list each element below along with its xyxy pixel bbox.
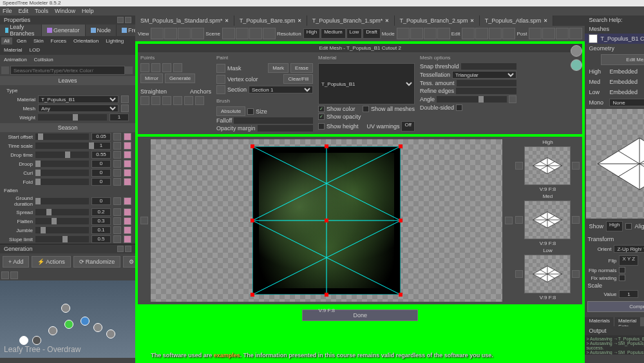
toolbar-icon[interactable]	[249, 28, 262, 39]
clearfill-button[interactable]: Clear/Fill	[283, 74, 313, 84]
slider[interactable]	[35, 236, 89, 242]
point-icon[interactable]	[151, 63, 160, 72]
vary-icon[interactable]	[124, 208, 131, 216]
search-icon[interactable]	[1, 66, 9, 74]
menu-tools[interactable]: Tools	[35, 8, 48, 14]
value-field[interactable]: 0	[91, 178, 111, 186]
slider[interactable]	[35, 227, 89, 233]
value-field[interactable]: 1	[91, 142, 111, 150]
mesh-name[interactable]: T_Populus_B1 Cutout 2	[600, 35, 644, 42]
nav-right-icon[interactable]	[505, 217, 513, 224]
vary-icon[interactable]	[124, 142, 131, 150]
curve-icon[interactable]	[113, 133, 121, 141]
doc-tab[interactable]: SM_Populus_la_Standard.spm*×	[135, 15, 234, 26]
show-height-check[interactable]	[318, 123, 325, 130]
size-check[interactable]	[247, 108, 254, 115]
value-field[interactable]: 0.2	[91, 208, 111, 216]
show-color-check[interactable]	[318, 106, 325, 112]
edit-mesh-button[interactable]: Edit Mesh...	[601, 54, 644, 65]
value-field[interactable]: 0.1	[91, 226, 111, 234]
randomize-button[interactable]: ⟳Randomize	[73, 256, 121, 268]
curve-icon[interactable]	[113, 226, 121, 234]
value-field[interactable]: 0.05	[91, 133, 111, 141]
toolbar-icon[interactable]	[462, 28, 475, 39]
doc-tab[interactable]: T_Populus_Atlas.spm×	[480, 15, 553, 26]
toolbar-icon[interactable]	[556, 28, 569, 39]
show-opacity-check[interactable]	[318, 113, 325, 120]
flipnorm-check[interactable]	[619, 267, 625, 273]
uv-select[interactable]: Off	[401, 121, 415, 132]
curve-icon[interactable]	[113, 151, 121, 159]
preview-High[interactable]	[524, 146, 571, 185]
toolbar-icon[interactable]	[437, 28, 450, 39]
close-icon[interactable]: ×	[471, 17, 474, 24]
menu-window[interactable]: Window	[55, 8, 75, 14]
toolbar-icon[interactable]	[542, 28, 555, 39]
close-icon[interactable]	[125, 17, 131, 23]
close-icon[interactable]: ×	[225, 17, 229, 24]
subtab-gen[interactable]: Gen	[14, 37, 29, 44]
toolbar-icon[interactable]	[164, 28, 177, 39]
doc-tab[interactable]: T_Populus_Bare.spm×	[234, 15, 307, 26]
st-icon[interactable]	[140, 96, 149, 105]
subtab-light[interactable]: Lighting	[103, 37, 126, 44]
subtab-anim[interactable]: Animation	[1, 56, 30, 63]
section-select[interactable]: Section 1	[249, 86, 313, 93]
point-icon[interactable]	[162, 63, 171, 72]
compute-button[interactable]: Compute	[587, 301, 644, 312]
vary-icon[interactable]	[124, 178, 131, 186]
nav-icon[interactable]	[572, 216, 580, 224]
nav-icon[interactable]	[515, 270, 523, 278]
slider[interactable]	[35, 133, 89, 140]
subtab-lod[interactable]: LOD	[26, 46, 42, 54]
preview-Med[interactable]	[524, 201, 571, 239]
refine-slider[interactable]	[456, 88, 516, 94]
curve-icon[interactable]	[113, 169, 121, 177]
subtab-all[interactable]: All	[1, 37, 12, 44]
weight-value[interactable]: 1	[109, 113, 129, 121]
season-section[interactable]: Season	[0, 123, 135, 132]
nav-icon[interactable]	[515, 216, 523, 224]
nav-left-icon[interactable]	[140, 217, 148, 224]
mesh-canvas[interactable]: V:9 F:8	[151, 139, 502, 302]
toolbar-icon[interactable]	[475, 28, 488, 39]
vary-icon[interactable]	[124, 133, 131, 141]
curve-icon[interactable]	[113, 197, 121, 205]
tab-materials[interactable]: Materials	[585, 317, 614, 326]
align-check[interactable]	[625, 223, 632, 230]
vary-icon[interactable]	[124, 226, 131, 234]
slider[interactable]	[35, 161, 89, 167]
orbit-icon[interactable]	[571, 45, 582, 57]
preview-Low[interactable]	[524, 255, 571, 293]
show-select[interactable]: High	[606, 221, 623, 231]
show-all-check[interactable]	[363, 106, 369, 112]
falloff-slider[interactable]	[234, 117, 313, 124]
point-icon[interactable]	[173, 63, 182, 72]
res-option[interactable]: Low	[346, 28, 363, 39]
plus-icon[interactable]	[121, 104, 129, 112]
curve-icon[interactable]	[113, 208, 121, 216]
close-icon[interactable]: ×	[298, 17, 301, 24]
vary-icon[interactable]	[124, 235, 131, 243]
toolbar-icon[interactable]	[489, 28, 502, 39]
res-option[interactable]: Draft	[363, 28, 380, 39]
toolbar-icon[interactable]	[222, 28, 235, 39]
double-check[interactable]	[456, 104, 462, 111]
subtab-forces[interactable]: Forces	[48, 37, 69, 44]
close-icon[interactable]	[125, 246, 131, 252]
slider[interactable]	[35, 209, 89, 215]
weight-slider[interactable]	[38, 114, 107, 121]
subtab-skin[interactable]: Skin	[31, 37, 46, 44]
close-icon[interactable]: ×	[544, 17, 547, 24]
vary-icon[interactable]	[124, 217, 131, 225]
value-field[interactable]: 0	[91, 160, 111, 168]
flip-select[interactable]: X Y Z	[619, 255, 638, 266]
toolbar-icon[interactable]	[424, 28, 437, 39]
clear-icon[interactable]	[125, 66, 133, 74]
node-graph[interactable]: Leafy Tree - Overdraw	[0, 280, 135, 358]
plus-icon[interactable]	[121, 95, 129, 103]
generate-button[interactable]: Generate	[165, 74, 195, 83]
prop-search-input[interactable]	[10, 66, 125, 75]
tab-meshes[interactable]: Meshes	[641, 317, 644, 326]
tab-generator[interactable]: Generator	[42, 25, 86, 36]
